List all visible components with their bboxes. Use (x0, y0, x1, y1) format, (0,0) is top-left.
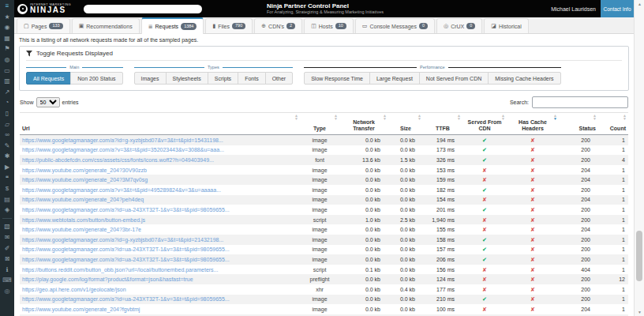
column-header-network-transfer[interactable]: Network Transfer▲▼ (339, 113, 388, 135)
column-header-type[interactable]: Type▲▼ (300, 113, 339, 135)
filter-button-images[interactable]: Images (134, 72, 167, 85)
contact-info-button[interactable]: Contact Info (601, 0, 634, 17)
running-icon[interactable]: ⚑ (4, 45, 9, 52)
request-url-link[interactable]: https://www.googletagmanager.com/a?v=3&t… (22, 187, 221, 193)
page-size-select[interactable]: 50 (36, 97, 60, 107)
pencil-icon[interactable]: ✎ (5, 142, 10, 149)
scrollbar-thumb[interactable] (636, 231, 642, 281)
lock-icon[interactable]: ⊠ (5, 255, 10, 262)
tab-console-messages[interactable]: ▭Console Messages0 (355, 18, 435, 33)
star-icon[interactable]: ★ (4, 13, 9, 21)
info-icon[interactable]: ℹ (6, 266, 8, 273)
request-url-link[interactable]: https://public-abcdefcdn.com/css/assets/… (22, 157, 214, 163)
filter-button-not-served-from-cdn[interactable]: Not Served From CDN (419, 72, 489, 85)
column-header-count[interactable]: Count▲▼ (598, 113, 628, 135)
certificate-icon[interactable]: ◈ (5, 206, 9, 213)
filter-button-missing-cache-headers[interactable]: Missing Cache Headers (488, 72, 560, 85)
tab-pages[interactable]: ▢Pages133 (17, 18, 70, 33)
request-url-link[interactable]: https://www.googletagmanager.com/a?id=g-… (22, 137, 223, 143)
tab-historical[interactable]: ◪Historical (484, 18, 528, 33)
link-icon[interactable]: ∞ (5, 131, 9, 138)
brand[interactable]: INTERNET MARKETING NINJAS (17, 3, 71, 14)
tab-label: Pages (32, 24, 47, 29)
tab-recommendations[interactable]: ▣Recommendations (72, 18, 140, 33)
document-icon[interactable]: ▧ (4, 223, 10, 230)
served-from-cdn-cell: ✔ (462, 205, 507, 215)
request-url-link[interactable]: https://www.youtube.com/generate_204?3M7… (22, 177, 148, 182)
column-header-status[interactable]: Status▲▼ (559, 113, 598, 135)
request-url-link[interactable]: https://www.youtube.com/generate_204?30V… (22, 167, 147, 173)
table-row: https://www.googletagmanager.com/a?id=ua… (20, 254, 628, 265)
scroll-up-icon[interactable]: ▲ (635, 2, 644, 6)
binoculars-icon[interactable]: ◔ (6, 99, 9, 106)
recommendations-icon: ▣ (79, 23, 84, 29)
dashboard-icon[interactable]: ◉ (5, 24, 10, 31)
filter-button-slow-response-time[interactable]: Slow Response Time (304, 72, 370, 85)
filter-button-large-request[interactable]: Large Request (369, 72, 420, 85)
laptop-icon[interactable]: ▯ (6, 110, 9, 117)
type-cell: image (300, 145, 339, 156)
filter-group-label: Types (208, 65, 219, 70)
filter-button-scripts[interactable]: Scripts (208, 72, 238, 85)
column-header-url[interactable]: Url▲▼ (20, 113, 300, 135)
user-name[interactable]: Michael Lauridsen (551, 6, 596, 12)
filter-button-fonts[interactable]: Fonts (238, 72, 266, 85)
keyboard-icon[interactable]: ⌨ (2, 276, 12, 284)
menu-icon[interactable]: ≡ (6, 2, 9, 9)
filter-button-all-requests[interactable]: All Requests (26, 72, 71, 85)
column-header-ttfb[interactable]: TTFB▲▼ (423, 113, 462, 135)
table-row: https://www.webtotals.com/button/button-… (20, 215, 628, 225)
size-cell: 0.0 kb (388, 304, 423, 314)
network-transfer-cell: 0.0 kb (339, 304, 388, 314)
comment-icon[interactable]: ❝ (6, 175, 9, 182)
request-url-link[interactable]: https://geo.api.here.com/v1/geolocate/js… (22, 287, 126, 292)
sidebar-divider (2, 218, 12, 219)
tab-requests[interactable]: ≣Requests1384 (141, 17, 204, 34)
url-cell: https://www.googletagmanager.com/a?id=ua… (20, 295, 300, 305)
tv-icon[interactable]: ▭ (4, 67, 10, 74)
request-url-link[interactable]: https://www.googletagmanager.com/a?id=ua… (22, 246, 230, 252)
globe-icon[interactable]: ◍ (5, 56, 10, 63)
column-header-served-from-cdn[interactable]: Served From CDN▲▼ (462, 113, 507, 135)
column-header-size[interactable]: Size▲▼ (388, 113, 423, 135)
line-chart-icon[interactable]: ↗ (5, 88, 10, 96)
request-url-link[interactable]: https://www.webtotals.com/button/button-… (22, 217, 145, 223)
ttfb-cell: 157 ms (423, 245, 462, 255)
edit-icon[interactable]: ✐ (5, 245, 10, 252)
building-icon[interactable]: ▦ (4, 35, 10, 42)
scroll-down-icon[interactable]: ▼ (635, 310, 644, 314)
request-url-link[interactable]: https://www.googletagmanager.com/a?v=3&t… (22, 147, 224, 152)
filter-button-non-200-status[interactable]: Non 200 Status (70, 72, 122, 85)
tab-cdns[interactable]: ⊕CDN's2 (254, 18, 302, 33)
search-input[interactable] (532, 96, 628, 108)
column-header-has-cache-headers[interactable]: Has Cache Headers▲▼ (507, 113, 559, 135)
served-from-cdn-cell: ✔ (462, 155, 507, 165)
tab-label: Hosts (319, 24, 333, 29)
request-url-link[interactable]: https://buttons.reddit.com/button_obb.js… (22, 267, 218, 273)
request-url-link[interactable]: https://www.googletagmanager.com/a?id=ua… (22, 296, 230, 302)
envelope-icon[interactable]: ✉ (5, 234, 10, 241)
tools-icon[interactable]: ✱ (5, 152, 10, 160)
network-transfer-cell: 0.0 kb (339, 274, 388, 284)
tab-hosts[interactable]: ◫Hosts10 (304, 18, 354, 33)
tab-files[interactable]: ▮Files790 (205, 18, 253, 33)
dollar-icon[interactable]: $ (6, 185, 9, 192)
request-url-link[interactable]: https://www.youtube.com/generate_204?3br… (22, 227, 141, 232)
request-url-link[interactable]: https://www.youtube.com/generate_204?fgv… (22, 307, 140, 312)
mobile-icon[interactable]: ▱ (5, 121, 9, 128)
request-url-link[interactable]: https://www.googletagmanager.com/a?id=ua… (22, 257, 230, 262)
request-url-link[interactable]: https://www.googletagmanager.com/a?id=g-… (22, 237, 223, 243)
request-url-link[interactable]: https://play.google.com/log/format?produ… (22, 276, 193, 282)
vertical-scrollbar[interactable]: ▲ ▼ (634, 0, 644, 316)
filter-button-other[interactable]: Other (265, 72, 294, 85)
cross-icon: ✘ (530, 147, 535, 152)
camera-icon[interactable]: ◎ (5, 288, 10, 295)
request-url-link[interactable]: https://www.googletagmanager.com/a?id=ua… (22, 207, 230, 213)
file-icon[interactable]: ▤ (4, 196, 10, 203)
video-icon[interactable]: ▶ (5, 164, 9, 171)
bar-chart-icon[interactable]: ▥ (4, 77, 10, 85)
filter-button-stylesheets[interactable]: Stylesheets (166, 72, 208, 85)
request-url-link[interactable]: https://www.youtube.com/generate_204?peh… (22, 197, 144, 202)
table-body: https://www.googletagmanager.com/a?id=g-… (20, 135, 628, 316)
tab-crux[interactable]: ◎CrUX0 (436, 18, 482, 33)
